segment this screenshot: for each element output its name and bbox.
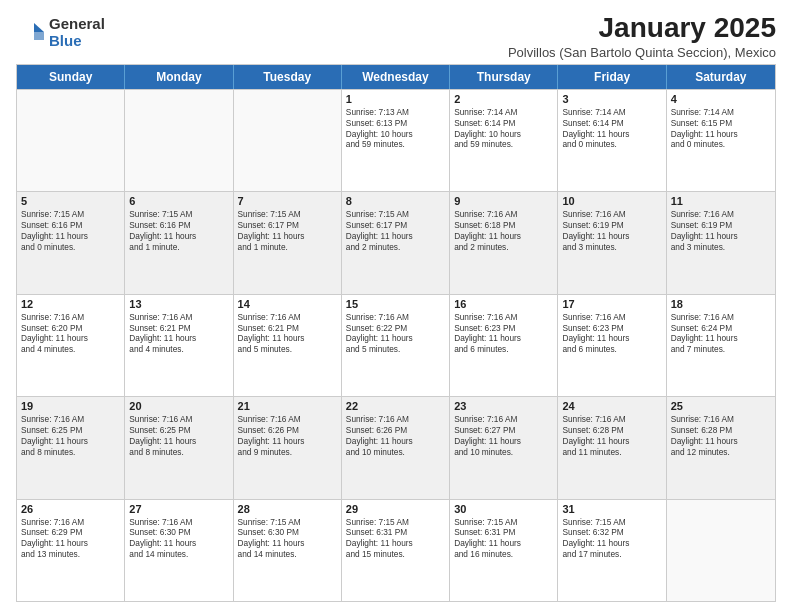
- cell-info-line: Sunset: 6:31 PM: [454, 527, 553, 538]
- empty-cell-0-1: [125, 90, 233, 191]
- logo: General Blue: [16, 16, 105, 49]
- day-cell-13: 13Sunrise: 7:16 AMSunset: 6:21 PMDayligh…: [125, 295, 233, 396]
- cell-info-line: Sunset: 6:27 PM: [454, 425, 553, 436]
- cell-info-line: Sunset: 6:14 PM: [454, 118, 553, 129]
- cell-info-line: and 3 minutes.: [671, 242, 771, 253]
- day-number: 31: [562, 503, 661, 515]
- cell-info-line: and 16 minutes.: [454, 549, 553, 560]
- cell-info-line: Sunset: 6:15 PM: [671, 118, 771, 129]
- day-cell-9: 9Sunrise: 7:16 AMSunset: 6:18 PMDaylight…: [450, 192, 558, 293]
- day-number: 1: [346, 93, 445, 105]
- cell-info-line: Sunrise: 7:15 AM: [346, 517, 445, 528]
- cell-info-line: Sunset: 6:26 PM: [238, 425, 337, 436]
- day-number: 30: [454, 503, 553, 515]
- cell-info-line: and 15 minutes.: [346, 549, 445, 560]
- cell-info-line: and 12 minutes.: [671, 447, 771, 458]
- day-cell-24: 24Sunrise: 7:16 AMSunset: 6:28 PMDayligh…: [558, 397, 666, 498]
- cell-info-line: Sunrise: 7:15 AM: [238, 517, 337, 528]
- cell-info-line: and 9 minutes.: [238, 447, 337, 458]
- cell-info-line: Daylight: 11 hours: [129, 231, 228, 242]
- cell-info-line: and 11 minutes.: [562, 447, 661, 458]
- day-number: 25: [671, 400, 771, 412]
- day-number: 4: [671, 93, 771, 105]
- cell-info-line: and 17 minutes.: [562, 549, 661, 560]
- logo-blue-label: Blue: [49, 33, 105, 50]
- day-number: 16: [454, 298, 553, 310]
- cell-info-line: Sunset: 6:25 PM: [129, 425, 228, 436]
- cell-info-line: Daylight: 11 hours: [454, 231, 553, 242]
- cell-info-line: Daylight: 11 hours: [454, 538, 553, 549]
- cell-info-line: Daylight: 11 hours: [671, 231, 771, 242]
- cell-info-line: Sunset: 6:13 PM: [346, 118, 445, 129]
- cell-info-line: Sunrise: 7:15 AM: [238, 209, 337, 220]
- day-cell-22: 22Sunrise: 7:16 AMSunset: 6:26 PMDayligh…: [342, 397, 450, 498]
- calendar: SundayMondayTuesdayWednesdayThursdayFrid…: [16, 64, 776, 602]
- logo-text: General Blue: [49, 16, 105, 49]
- cell-info-line: Sunrise: 7:16 AM: [238, 414, 337, 425]
- day-number: 15: [346, 298, 445, 310]
- day-cell-31: 31Sunrise: 7:15 AMSunset: 6:32 PMDayligh…: [558, 500, 666, 601]
- empty-cell-0-0: [17, 90, 125, 191]
- day-cell-18: 18Sunrise: 7:16 AMSunset: 6:24 PMDayligh…: [667, 295, 775, 396]
- cell-info-line: Daylight: 11 hours: [238, 538, 337, 549]
- cell-info-line: Sunrise: 7:16 AM: [562, 312, 661, 323]
- cell-info-line: and 8 minutes.: [129, 447, 228, 458]
- cell-info-line: and 59 minutes.: [454, 139, 553, 150]
- cell-info-line: Sunrise: 7:15 AM: [346, 209, 445, 220]
- cell-info-line: Sunset: 6:24 PM: [671, 323, 771, 334]
- cell-info-line: Sunrise: 7:16 AM: [671, 209, 771, 220]
- cell-info-line: Sunset: 6:32 PM: [562, 527, 661, 538]
- day-number: 5: [21, 195, 120, 207]
- cell-info-line: and 4 minutes.: [129, 344, 228, 355]
- logo-general-label: General: [49, 16, 105, 33]
- header-day-monday: Monday: [125, 65, 233, 89]
- day-cell-8: 8Sunrise: 7:15 AMSunset: 6:17 PMDaylight…: [342, 192, 450, 293]
- cell-info-line: Sunset: 6:30 PM: [129, 527, 228, 538]
- cell-info-line: Sunrise: 7:14 AM: [671, 107, 771, 118]
- cell-info-line: Sunrise: 7:16 AM: [21, 517, 120, 528]
- cell-info-line: and 13 minutes.: [21, 549, 120, 560]
- cell-info-line: Sunrise: 7:16 AM: [346, 414, 445, 425]
- cell-info-line: Sunset: 6:20 PM: [21, 323, 120, 334]
- day-cell-26: 26Sunrise: 7:16 AMSunset: 6:29 PMDayligh…: [17, 500, 125, 601]
- header-day-wednesday: Wednesday: [342, 65, 450, 89]
- day-cell-17: 17Sunrise: 7:16 AMSunset: 6:23 PMDayligh…: [558, 295, 666, 396]
- cell-info-line: Daylight: 11 hours: [346, 231, 445, 242]
- cell-info-line: Sunrise: 7:16 AM: [454, 414, 553, 425]
- day-number: 19: [21, 400, 120, 412]
- cell-info-line: Sunrise: 7:16 AM: [671, 312, 771, 323]
- subtitle: Polvillos (San Bartolo Quinta Seccion), …: [508, 45, 776, 60]
- cell-info-line: Daylight: 11 hours: [562, 436, 661, 447]
- day-cell-1: 1Sunrise: 7:13 AMSunset: 6:13 PMDaylight…: [342, 90, 450, 191]
- day-number: 13: [129, 298, 228, 310]
- cell-info-line: Sunset: 6:31 PM: [346, 527, 445, 538]
- cell-info-line: Sunset: 6:21 PM: [238, 323, 337, 334]
- cell-info-line: Sunrise: 7:15 AM: [454, 517, 553, 528]
- cell-info-line: and 6 minutes.: [454, 344, 553, 355]
- day-cell-6: 6Sunrise: 7:15 AMSunset: 6:16 PMDaylight…: [125, 192, 233, 293]
- day-cell-25: 25Sunrise: 7:16 AMSunset: 6:28 PMDayligh…: [667, 397, 775, 498]
- cell-info-line: Daylight: 11 hours: [454, 436, 553, 447]
- cell-info-line: Daylight: 11 hours: [238, 333, 337, 344]
- cell-info-line: and 3 minutes.: [562, 242, 661, 253]
- day-number: 29: [346, 503, 445, 515]
- day-cell-4: 4Sunrise: 7:14 AMSunset: 6:15 PMDaylight…: [667, 90, 775, 191]
- day-number: 26: [21, 503, 120, 515]
- day-cell-16: 16Sunrise: 7:16 AMSunset: 6:23 PMDayligh…: [450, 295, 558, 396]
- header-day-thursday: Thursday: [450, 65, 558, 89]
- cell-info-line: Sunset: 6:14 PM: [562, 118, 661, 129]
- cell-info-line: Daylight: 10 hours: [454, 129, 553, 140]
- cell-info-line: Sunrise: 7:16 AM: [454, 209, 553, 220]
- cell-info-line: Daylight: 11 hours: [562, 231, 661, 242]
- day-number: 6: [129, 195, 228, 207]
- cell-info-line: and 4 minutes.: [21, 344, 120, 355]
- cell-info-line: Sunset: 6:21 PM: [129, 323, 228, 334]
- day-cell-5: 5Sunrise: 7:15 AMSunset: 6:16 PMDaylight…: [17, 192, 125, 293]
- cell-info-line: Sunrise: 7:15 AM: [129, 209, 228, 220]
- cell-info-line: Daylight: 11 hours: [129, 333, 228, 344]
- day-number: 10: [562, 195, 661, 207]
- cell-info-line: Sunrise: 7:16 AM: [129, 312, 228, 323]
- cell-info-line: Sunset: 6:23 PM: [454, 323, 553, 334]
- cell-info-line: and 7 minutes.: [671, 344, 771, 355]
- cell-info-line: Daylight: 11 hours: [346, 436, 445, 447]
